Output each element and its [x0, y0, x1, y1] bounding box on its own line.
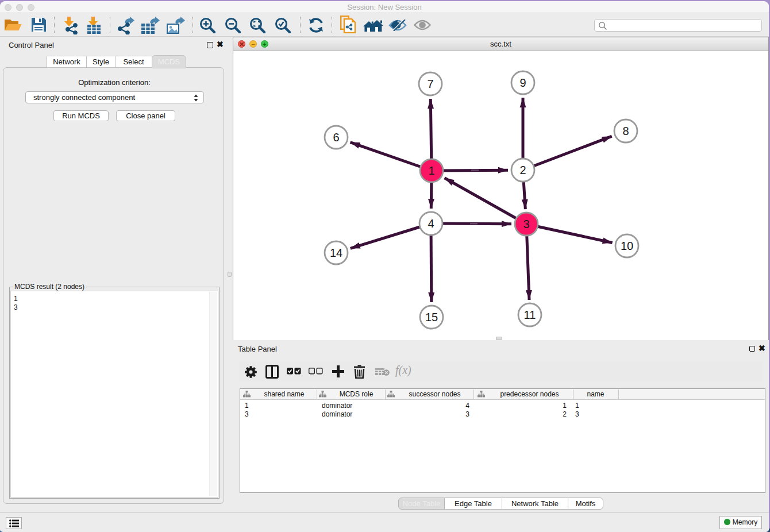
- svg-text:9: 9: [519, 76, 526, 89]
- svg-text:10: 10: [621, 240, 633, 252]
- svg-text:8: 8: [622, 125, 629, 137]
- svg-text:3: 3: [523, 218, 529, 230]
- svg-text:14: 14: [330, 246, 342, 259]
- svg-text:1: 1: [428, 164, 434, 177]
- svg-text:4: 4: [428, 217, 434, 230]
- svg-text:6: 6: [333, 131, 339, 144]
- svg-text:11: 11: [524, 309, 536, 321]
- svg-text:15: 15: [425, 311, 438, 323]
- svg-text:7: 7: [427, 78, 433, 90]
- svg-text:2: 2: [519, 164, 526, 176]
